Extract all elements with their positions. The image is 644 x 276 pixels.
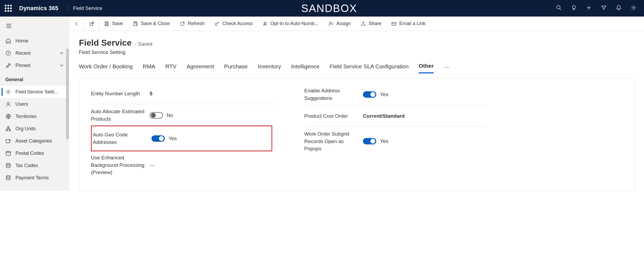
nav-users[interactable]: Users [0,98,69,110]
cmd-label: Save [112,21,123,26]
nav-label: Users [15,101,28,107]
tab-agreement[interactable]: Agreement [187,63,214,73]
field-label: Entity Number Length [91,90,150,97]
tab-work-order-booking[interactable]: Work Order / Booking [79,63,133,73]
nav-payment-terms[interactable]: Payment Terms [0,172,69,184]
field-auto-allocate[interactable]: Auto Allocate Estimated Products No [91,104,272,127]
nav-org-units[interactable]: Org Units [0,123,69,135]
cmd-label: Opt-In to Auto-Numb... [270,21,318,26]
nav-label: Recent [15,50,31,56]
svg-rect-29 [392,22,396,25]
field-enhanced-background[interactable]: Use Enhanced Background Processing (Prev… [91,150,272,180]
save-button[interactable]: Save [99,17,128,31]
sidebar: Home Recent Pinned General Field Service… [0,17,69,191]
svg-point-20 [6,163,10,165]
chevron-down-icon [59,62,65,68]
field-auto-geo-code[interactable]: Auto Geo Code Addresses Yes [93,127,270,149]
toggle-label: Yes [169,136,177,141]
svg-point-4 [633,7,634,9]
refresh-button[interactable]: Refresh [175,17,210,31]
svg-rect-13 [6,130,8,131]
toggle-address-suggestions[interactable] [363,91,376,98]
person-icon [5,101,11,107]
nav-section-general: General [0,72,69,86]
save-close-button[interactable]: Save & Close [128,17,175,31]
save-close-icon [133,21,138,26]
app-area[interactable]: Field Service [71,5,102,11]
opt-in-auto-number-button[interactable]: Opt-In to Auto-Numb... [258,17,323,31]
search-icon[interactable] [556,5,562,12]
svg-point-0 [557,6,560,9]
field-subgrid-popups[interactable]: Work Order Subgrid Records Open as Popup… [304,127,486,156]
waffle-icon [5,5,12,12]
open-new-window-button[interactable] [84,17,99,31]
plus-icon[interactable] [586,5,592,12]
nav-territories[interactable]: Territories [0,110,69,123]
toggle-subgrid-popups[interactable] [363,138,376,144]
tab-overflow[interactable]: ··· [444,63,451,73]
page-title: Field Service [79,38,131,48]
highlighted-field: Auto Geo Code Addresses Yes [91,125,272,151]
svg-rect-12 [7,127,9,128]
tab-other[interactable]: Other [419,63,434,73]
toggle-label: Yes [380,138,388,144]
nav-tax-codes[interactable]: Tax Codes [0,159,69,172]
save-icon [104,21,109,26]
assign-button[interactable]: Assign [323,17,356,31]
gear-icon[interactable] [631,5,637,12]
nav-field-service-settings[interactable]: Field Service Setti... [0,86,69,98]
stack-icon [5,175,11,181]
nav-pinned[interactable]: Pinned [0,59,69,72]
field-product-cost-order[interactable]: Product Cost Order Current/Standard [304,106,486,127]
cmd-label: Check Access [222,21,253,26]
sidebar-toggle[interactable] [2,19,15,33]
field-entity-number-length[interactable]: Entity Number Length 5 [91,83,272,104]
field-label: Work Order Subgrid Records Open as Popup… [304,130,363,152]
clock-icon [5,50,11,56]
field-address-suggestions[interactable]: Enable Address Suggestions Yes [304,83,486,106]
field-label: Enable Address Suggestions [304,87,363,102]
nav-label: Tax Codes [15,163,38,168]
nav-recent[interactable]: Recent [0,47,69,59]
calendar-icon [5,150,11,156]
nav-asset-categories[interactable]: Asset Categories [0,135,69,147]
svg-point-28 [330,22,331,24]
lightbulb-icon[interactable] [571,5,577,12]
bell-icon[interactable] [616,5,622,12]
product-brand[interactable]: Dynamics 365 [17,5,65,12]
toggle-auto-allocate[interactable] [150,112,163,119]
nav-home[interactable]: Home [0,35,69,47]
nav-label: Home [15,38,28,44]
tab-sla-config[interactable]: Field Service SLA Configuration [330,63,409,73]
sidebar-scrollbar[interactable] [66,49,69,139]
field-label: Auto Allocate Estimated Products [91,108,150,123]
toggle-auto-geo[interactable] [151,135,165,142]
filter-icon[interactable] [601,5,607,12]
tab-intelligence[interactable]: Intelligence [291,63,319,73]
key-icon [214,21,220,26]
tab-rma[interactable]: RMA [143,63,155,73]
share-button[interactable]: Share [356,17,386,31]
check-access-button[interactable]: Check Access [210,17,258,31]
form-section: Entity Number Length 5 Auto Allocate Est… [79,78,634,191]
popout-icon [89,21,94,26]
field-value: --- [150,162,155,168]
refresh-icon [180,21,185,26]
back-button[interactable] [69,17,84,31]
email-link-button[interactable]: Email a Link [386,17,430,31]
cmd-label: Refresh [188,21,205,26]
field-value: 5 [150,91,153,97]
nav-postal-codes[interactable]: Postal Codes [0,147,69,159]
toggle-label: No [167,112,173,118]
back-arrow-icon [74,21,79,26]
top-nav-bar: Dynamics 365 Field Service SANDBOX [0,0,644,17]
page-subtitle: Field Service Setting [79,49,644,55]
svg-rect-14 [9,130,11,131]
nav-label: Pinned [15,63,30,68]
tab-rtv[interactable]: RTV [165,63,177,73]
tab-inventory[interactable]: Inventory [258,63,281,73]
tab-purchase[interactable]: Purchase [224,63,248,73]
svg-point-21 [6,176,10,177]
app-launcher-button[interactable] [0,0,17,17]
cmd-label: Save & Close [141,21,170,26]
